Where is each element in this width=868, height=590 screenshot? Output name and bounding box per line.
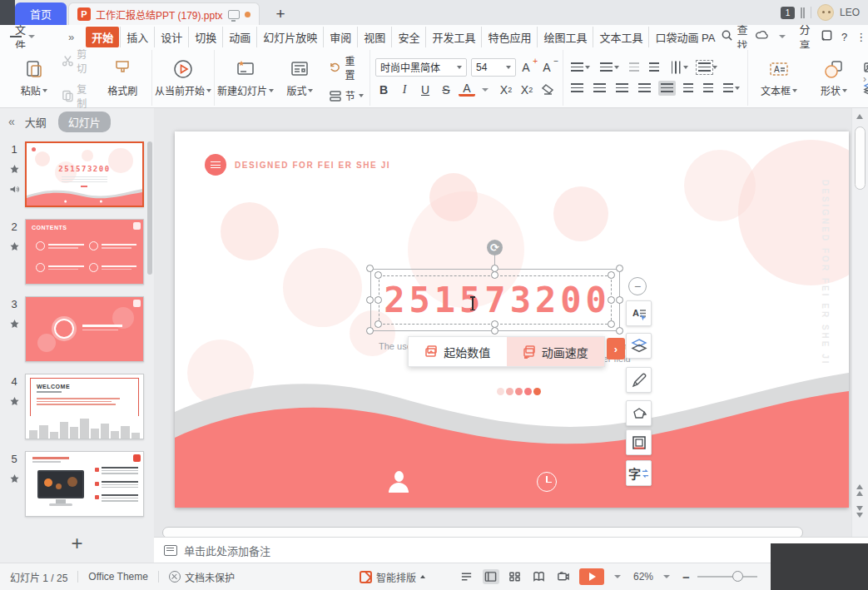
tab-review[interactable]: 审阅 <box>323 27 357 47</box>
copy-button[interactable]: 复制 <box>62 82 96 110</box>
textbox-button[interactable]: A 文本框 <box>753 52 805 105</box>
text-convert-tool-button[interactable]: 字 <box>626 460 652 486</box>
animation-speed-button[interactable]: 动画速度 <box>507 337 605 366</box>
slide-brand[interactable]: DESIGNED FOR FEI ER SHE JI <box>205 154 390 176</box>
paste-button[interactable]: 粘贴 <box>10 52 58 105</box>
ribbon-overflow-arrow[interactable]: › <box>863 73 866 85</box>
home-tab[interactable]: 首页 <box>15 2 67 25</box>
superscript-button[interactable]: X2 <box>498 82 514 98</box>
text-selection-handle[interactable] <box>608 271 615 279</box>
tab-text-tools[interactable]: 文本工具 <box>593 27 648 47</box>
justify-button[interactable] <box>636 81 653 96</box>
play-from-current-button[interactable]: 从当前开始 <box>157 52 209 105</box>
notes-bar[interactable]: 单击此处添加备注 <box>154 537 868 563</box>
decrease-indent-button[interactable] <box>627 60 642 75</box>
notes-placeholder[interactable]: 单击此处添加备注 <box>184 543 270 558</box>
sidebar-scrollbar[interactable] <box>147 141 152 275</box>
text-edit-tool-button[interactable]: A <box>626 300 652 326</box>
picture-button[interactable]: 图 <box>863 61 868 75</box>
text-selection-handle[interactable] <box>491 320 498 328</box>
body-text-fragment[interactable]: The use <box>379 341 412 351</box>
section-button[interactable]: 节 <box>329 88 365 102</box>
new-slide-button[interactable]: 新建幻灯片 <box>220 52 271 105</box>
reset-button[interactable]: 重置 <box>329 53 365 82</box>
normal-view-button[interactable] <box>483 569 499 584</box>
user-name[interactable]: LEO <box>840 7 860 18</box>
tab-security[interactable]: 安全 <box>391 27 425 47</box>
zoom-caret-icon[interactable] <box>663 575 670 578</box>
tab-drawing-tools[interactable]: 绘图工具 <box>537 27 593 47</box>
italic-button[interactable]: I <box>396 82 413 98</box>
selection-handle[interactable] <box>616 265 623 272</box>
text-selection-handle[interactable] <box>491 271 498 279</box>
previous-slide-button[interactable] <box>856 484 863 496</box>
text-selection-handle[interactable] <box>374 271 382 279</box>
align-center-button[interactable] <box>591 81 608 96</box>
tab-special-features[interactable]: 特色应用 <box>481 27 537 47</box>
smart-layout-button[interactable]: 智能排版 <box>360 570 425 584</box>
tab-transition[interactable]: 切换 <box>188 27 222 47</box>
underline-button[interactable]: U <box>417 82 434 98</box>
align-right-button[interactable] <box>613 81 631 96</box>
cloud-sync-icon[interactable] <box>756 29 768 44</box>
slide-editor[interactable]: DESIGNED FOR FEI ER SHE JI DESIGNED FOR … <box>175 131 849 508</box>
slide-sorter-view-button[interactable] <box>507 569 523 584</box>
slides-tab[interactable]: 幻灯片 <box>58 112 111 132</box>
thumb-slide-4[interactable]: WELCOME <box>25 374 144 439</box>
font-name-select[interactable]: 时尚中黑简体 <box>375 58 467 77</box>
cloud-caret-icon[interactable] <box>779 35 786 38</box>
increase-font-button[interactable]: A+ <box>520 59 537 76</box>
selection-handle[interactable] <box>616 327 623 335</box>
document-tab[interactable]: P 工作汇报总结PPT (179).pptx <box>68 2 260 25</box>
text-selection-handle[interactable] <box>608 320 615 328</box>
zoom-level[interactable]: 62% <box>633 571 653 583</box>
text-direction-button[interactable] <box>667 60 691 75</box>
more-menu-icon[interactable]: ⋮ <box>856 31 866 43</box>
start-value-button[interactable]: 起始数值 <box>409 337 507 366</box>
new-tab-button[interactable]: + <box>271 2 290 25</box>
vscroll-thumb[interactable] <box>855 126 866 190</box>
frame-tool-button[interactable] <box>626 429 652 455</box>
collapse-float-toolbar-button[interactable]: − <box>628 277 647 295</box>
tab-animation[interactable]: 动画 <box>222 27 256 47</box>
bullet-list-button[interactable] <box>568 60 593 75</box>
text-frame-style-button[interactable] <box>696 60 720 75</box>
line-spacing-button[interactable] <box>721 81 742 96</box>
person-icon[interactable] <box>388 471 409 493</box>
slide-thumbnail-1[interactable]: 1 251573200 <box>3 141 154 207</box>
selection-inner-box[interactable] <box>379 275 612 325</box>
outline-tab[interactable]: 大纲 <box>25 114 47 130</box>
font-color-button[interactable]: A <box>459 82 475 97</box>
slideshow-play-button[interactable] <box>579 568 604 585</box>
strikethrough-button[interactable]: S <box>438 82 454 98</box>
vscroll-up-arrow[interactable] <box>856 114 863 119</box>
help-button[interactable]: ? <box>841 31 847 43</box>
slide-thumbnail-4[interactable]: 4 WELCOME <box>3 374 154 439</box>
text-selection-handle[interactable] <box>374 320 382 328</box>
tab-design[interactable]: 设计 <box>154 27 188 47</box>
selection-handle[interactable] <box>366 296 374 304</box>
shape-edit-tool-button[interactable] <box>626 400 652 426</box>
collapse-panel-button[interactable]: « <box>8 115 13 128</box>
next-slide-button[interactable] <box>856 506 863 518</box>
font-color-caret-icon[interactable] <box>482 88 489 92</box>
text-selection-handle[interactable] <box>608 296 615 304</box>
distribute-text-button[interactable] <box>658 81 676 96</box>
decrease-font-button[interactable]: A− <box>541 59 558 76</box>
new-window-icon[interactable] <box>821 29 833 44</box>
quick-toolbar-more[interactable]: » <box>68 31 74 43</box>
font-size-select[interactable]: 54 <box>471 58 516 77</box>
tab-devtools[interactable]: 开发工具 <box>425 27 481 47</box>
line-spacing-up-button[interactable] <box>681 81 696 96</box>
thumb-slide-5[interactable] <box>25 451 144 517</box>
rotate-handle[interactable]: ⟳ <box>487 240 503 255</box>
line-spacing-down-button[interactable] <box>701 81 716 96</box>
slide-thumbnail-5[interactable]: 5 <box>3 451 154 517</box>
theme-name[interactable]: Office Theme <box>88 571 148 583</box>
numbered-list-button[interactable] <box>598 60 622 75</box>
zoom-slider-knob[interactable] <box>732 571 743 582</box>
selection-handle[interactable] <box>366 327 374 335</box>
selection-handle[interactable] <box>366 265 374 272</box>
slide-thumbnail-2[interactable]: 2 CONTENTS <box>3 219 154 285</box>
add-slide-button[interactable]: + <box>0 524 154 563</box>
